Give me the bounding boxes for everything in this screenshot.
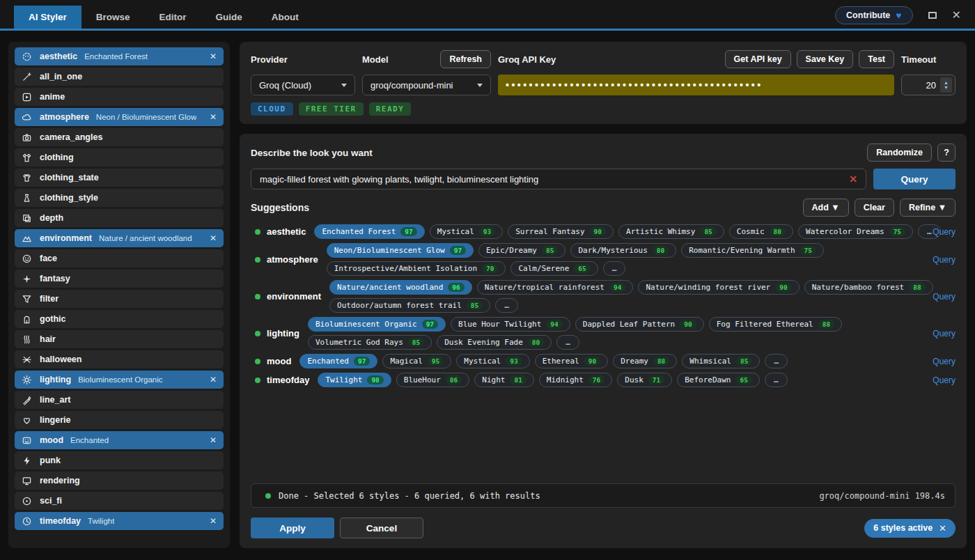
style-chip-mystical[interactable]: Mystical93 xyxy=(456,354,529,368)
deselect-icon[interactable]: ✕ xyxy=(210,516,217,526)
sidebar-item-clothing-style[interactable]: clothing_style xyxy=(15,189,224,207)
prompt-input[interactable]: magic-filled forest with glowing plants,… xyxy=(251,169,866,189)
style-chip-twilight[interactable]: Twilight98 xyxy=(318,373,391,387)
sidebar-item-halloween[interactable]: halloween xyxy=(15,350,224,368)
deselect-icon[interactable]: ✕ xyxy=(210,435,217,445)
sidebar-item-environment[interactable]: environmentNature / ancient woodland✕ xyxy=(15,229,224,247)
get-api-key-button[interactable]: Get API key xyxy=(725,50,791,68)
tab-editor[interactable]: Editor xyxy=(145,6,201,29)
close-button[interactable]: ✕ xyxy=(952,10,961,21)
style-chip-introspective-ambient-isolation[interactable]: Introspective/Ambient Isolation70 xyxy=(327,261,506,276)
cancel-button[interactable]: Cancel xyxy=(340,518,423,538)
style-chip-cosmic[interactable]: Cosmic80 xyxy=(729,224,793,239)
row-query-link[interactable]: Query xyxy=(926,329,956,339)
row-query-link[interactable]: Query xyxy=(926,357,956,366)
provider-select[interactable]: Groq (Cloud) xyxy=(251,75,355,95)
style-chip-volumetric-god-rays[interactable]: Volumetric God Rays85 xyxy=(308,335,432,350)
sidebar-item-sci-fi[interactable]: sci_fi xyxy=(15,492,224,510)
sidebar-item-depth[interactable]: depth xyxy=(15,209,224,227)
style-chip-mystical[interactable]: Mystical93 xyxy=(430,224,503,239)
sidebar-item-lighting[interactable]: lightingBioluminescent Organic✕ xyxy=(15,371,224,389)
sidebar-item-clothing[interactable]: clothing xyxy=(15,148,224,166)
style-chip-dusk-evening-fade[interactable]: Dusk Evening Fade80 xyxy=(437,335,552,350)
sidebar-item-hair[interactable]: hair xyxy=(15,330,224,348)
clear-input-icon[interactable]: ✕ xyxy=(849,173,857,185)
deselect-icon[interactable]: ✕ xyxy=(210,112,217,122)
add-dropdown-button[interactable]: Add ▼ xyxy=(803,199,849,217)
sidebar-item-camera-angles[interactable]: camera_angles xyxy=(15,128,224,146)
row-query-link[interactable]: Query xyxy=(926,255,956,265)
style-chip-outdoor-autumn-forest-trail[interactable]: Outdoor/autumn forest trail85 xyxy=(329,298,490,313)
sidebar-item-lingerie[interactable]: lingerie xyxy=(15,411,224,429)
style-chip-night[interactable]: Night81 xyxy=(474,373,534,387)
style-chip-dark-mysterious[interactable]: Dark/Mysterious80 xyxy=(570,243,676,258)
sidebar-item-face[interactable]: face xyxy=(15,249,224,267)
sidebar-item-line-art[interactable]: line_art xyxy=(15,391,224,409)
row-query-link[interactable]: Query xyxy=(926,292,956,302)
style-chip-nature-winding-forest-river[interactable]: Nature/winding forest river90 xyxy=(638,280,799,295)
style-chip-bluehour[interactable]: BlueHour86 xyxy=(396,373,469,387)
sidebar-item-filter[interactable]: filter xyxy=(15,290,224,308)
style-chip-watercolor-dreams[interactable]: Watercolor Dreams75 xyxy=(798,224,913,239)
sidebar-item-rendering[interactable]: rendering xyxy=(15,472,224,490)
deselect-icon[interactable]: ✕ xyxy=(210,233,217,243)
sidebar-item-clothing-state[interactable]: clothing_state xyxy=(15,169,224,187)
deselect-icon[interactable]: ✕ xyxy=(210,52,217,61)
test-button[interactable]: Test xyxy=(859,50,894,68)
style-chip-epic-dreamy[interactable]: Epic/Dreamy85 xyxy=(478,243,566,258)
style-chip-nature-bamboo-forest[interactable]: Nature/bamboo forest88 xyxy=(804,280,933,295)
clear-button[interactable]: Clear xyxy=(855,199,894,217)
styles-active-badge[interactable]: 6 styles active ✕ xyxy=(864,519,956,538)
style-chip-enchanted[interactable]: Enchanted97 xyxy=(299,354,377,368)
deselect-icon[interactable]: ✕ xyxy=(210,375,217,384)
tab-browse[interactable]: Browse xyxy=(81,6,145,29)
more-chip[interactable]: … xyxy=(495,298,518,313)
style-chip-ethereal[interactable]: Ethereal90 xyxy=(535,354,608,368)
randomize-button[interactable]: Randomize xyxy=(867,143,932,162)
tab-ai-styler[interactable]: AI Styler xyxy=(14,6,81,29)
help-button[interactable]: ? xyxy=(937,143,956,162)
contribute-button[interactable]: Contribute ♥ xyxy=(835,6,913,24)
apply-button[interactable]: Apply xyxy=(251,518,334,538)
timeout-stepper[interactable]: 20 ▲▼ xyxy=(901,75,956,95)
style-chip-bioluminescent-organic[interactable]: Bioluminescent Organic97 xyxy=(308,317,446,332)
style-chip-romantic-evening-warmth[interactable]: Romantic/Evening Warmth75 xyxy=(681,243,824,258)
row-query-link[interactable]: Query xyxy=(926,227,956,237)
style-chip-nature-tropical-rainforest[interactable]: Nature/tropical rainforest94 xyxy=(477,280,634,295)
sidebar-item-punk[interactable]: punk xyxy=(15,451,224,469)
more-chip[interactable]: … xyxy=(765,354,788,368)
style-chip-dreamy[interactable]: Dreamy88 xyxy=(613,354,677,368)
sidebar-item-atmosphere[interactable]: atmosphereNeon / Bioluminescent Glow✕ xyxy=(15,108,224,126)
sidebar-item-all-in-one[interactable]: all_in_one xyxy=(15,68,224,86)
style-chip-fog-filtered-ethereal[interactable]: Fog Filtered Ethereal88 xyxy=(709,317,843,332)
style-chip-magical[interactable]: Magical95 xyxy=(382,354,451,368)
sidebar-item-gothic[interactable]: gothic xyxy=(15,310,224,328)
more-chip[interactable]: … xyxy=(765,373,788,387)
tab-guide[interactable]: Guide xyxy=(201,6,257,29)
sidebar-item-aesthetic[interactable]: aestheticEnchanted Forest✕ xyxy=(15,47,224,65)
more-chip[interactable]: … xyxy=(603,261,626,276)
style-chip-dappled-leaf-pattern[interactable]: Dappled Leaf Pattern90 xyxy=(575,317,704,332)
row-query-link[interactable]: Query xyxy=(926,375,956,385)
refresh-button[interactable]: Refresh xyxy=(440,50,491,68)
maximize-button[interactable] xyxy=(928,10,937,21)
stepper-arrows-icon[interactable]: ▲▼ xyxy=(940,77,952,93)
style-chip-whimsical[interactable]: Whimsical85 xyxy=(682,354,760,368)
sidebar-item-mood[interactable]: moodEnchanted✕ xyxy=(15,431,224,449)
style-chip-blue-hour-twilight[interactable]: Blue Hour Twilight94 xyxy=(451,317,570,332)
model-select[interactable]: groq/compound-mini xyxy=(362,75,491,95)
style-chip-neon-bioluminescent-glow[interactable]: Neon/Bioluminescent Glow97 xyxy=(327,243,474,258)
style-chip-calm-serene[interactable]: Calm/Serene65 xyxy=(510,261,598,276)
sidebar-item-fantasy[interactable]: fantasy xyxy=(15,270,224,288)
style-chip-dusk[interactable]: Dusk71 xyxy=(617,373,672,387)
style-chip-artistic-whimsy[interactable]: Artistic Whimsy85 xyxy=(618,224,724,239)
style-chip-beforedawn[interactable]: BeforeDawn65 xyxy=(677,373,760,387)
style-chip-enchanted-forest[interactable]: Enchanted Forest97 xyxy=(314,224,424,239)
sidebar-item-anime[interactable]: anime xyxy=(15,88,224,106)
badge-close-icon[interactable]: ✕ xyxy=(939,523,946,534)
save-key-button[interactable]: Save Key xyxy=(797,50,854,68)
style-chip-surreal-fantasy[interactable]: Surreal Fantasy90 xyxy=(508,224,614,239)
style-chip-nature-ancient-woodland[interactable]: Nature/ancient woodland96 xyxy=(329,280,472,295)
style-chip-midnight[interactable]: Midnight76 xyxy=(539,373,612,387)
more-chip[interactable]: … xyxy=(556,335,579,350)
